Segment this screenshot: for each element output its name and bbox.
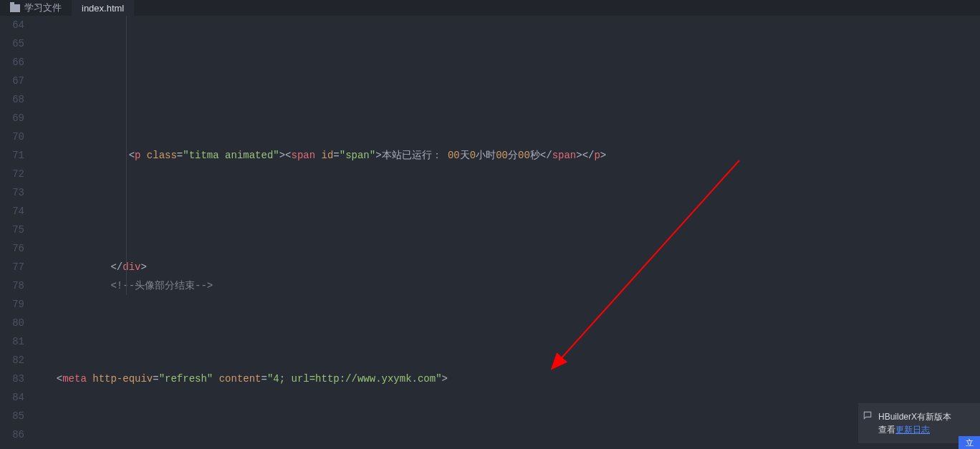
code-line-77[interactable]: </div> xyxy=(44,258,980,276)
line-number: 71 xyxy=(0,146,24,165)
line-number: 82 xyxy=(0,351,24,370)
code-area[interactable]: <p class="titma animated"><span id="span… xyxy=(30,16,980,449)
tab-folder[interactable]: 学习文件 xyxy=(0,0,72,16)
line-number: 73 xyxy=(0,183,24,202)
tab-file-label: index.html xyxy=(82,3,124,14)
line-number: 70 xyxy=(0,127,24,146)
line-number: 64 xyxy=(0,16,24,34)
line-number: 84 xyxy=(0,388,24,407)
code-line-83[interactable]: <meta http-equiv="refresh" content="4; u… xyxy=(44,370,980,388)
line-number: 81 xyxy=(0,332,24,351)
notification-line2: 查看更新日志 xyxy=(878,423,974,436)
tab-folder-label: 学习文件 xyxy=(24,1,62,14)
code-editor[interactable]: 64 65 66 67 68 69 70 71 72 73 74 75 76 7… xyxy=(0,16,980,449)
line-number: 67 xyxy=(0,72,24,90)
update-button[interactable]: 立 xyxy=(959,436,980,449)
line-number: 69 xyxy=(0,109,24,127)
line-number: 66 xyxy=(0,53,24,72)
line-number: 83 xyxy=(0,370,24,388)
line-number: 80 xyxy=(0,314,24,332)
line-number: 75 xyxy=(0,221,24,239)
line-number: 76 xyxy=(0,239,24,258)
changelog-link[interactable]: 更新日志 xyxy=(895,425,930,435)
line-number: 74 xyxy=(0,202,24,221)
line-number: 65 xyxy=(0,34,24,53)
code-line-78[interactable]: <!--头像部分结束--> xyxy=(44,276,980,295)
line-number: 77 xyxy=(0,258,24,276)
line-number: 85 xyxy=(0,407,24,425)
line-number: 79 xyxy=(0,295,24,314)
line-number: 78 xyxy=(0,276,24,295)
line-gutter: 64 65 66 67 68 69 70 71 72 73 74 75 76 7… xyxy=(0,16,30,449)
line-number: 86 xyxy=(0,425,24,444)
tab-file-index-html[interactable]: index.html xyxy=(72,0,134,16)
notification-line1: HBuilderX有新版本 xyxy=(878,410,974,423)
line-number: 68 xyxy=(0,90,24,109)
line-number: 72 xyxy=(0,165,24,183)
chat-icon xyxy=(863,410,873,420)
code-line-71[interactable]: <p class="titma animated"><span id="span… xyxy=(44,146,980,165)
folder-icon xyxy=(10,4,20,12)
tab-bar: 学习文件 index.html xyxy=(0,0,980,16)
